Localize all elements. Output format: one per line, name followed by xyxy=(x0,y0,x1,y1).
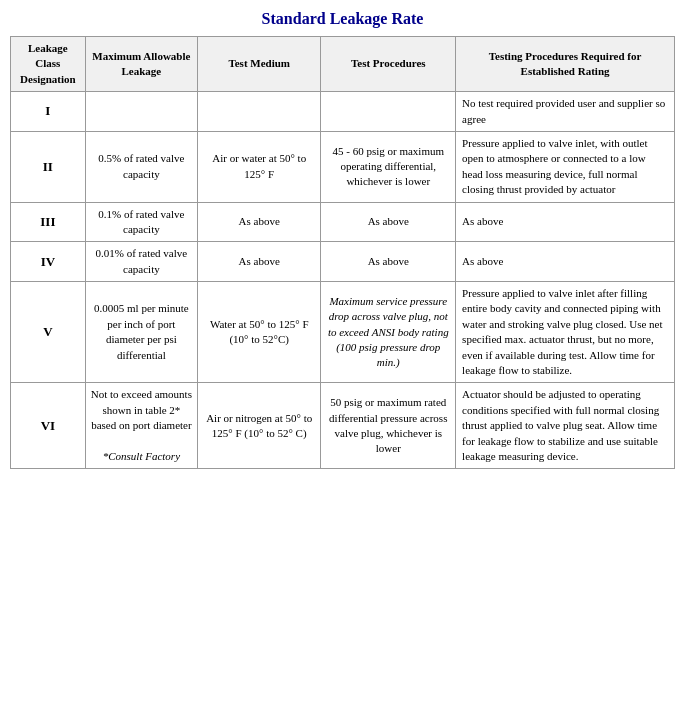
header-class: Leakage Class Designation xyxy=(11,37,86,92)
test-procedures: As above xyxy=(321,202,456,242)
header-leakage: Maximum Allowable Leakage xyxy=(85,37,197,92)
test-medium xyxy=(197,92,320,132)
test-procedures: 50 psig or maximum rated differential pr… xyxy=(321,383,456,469)
leakage-value: 0.5% of rated valve capacity xyxy=(85,131,197,202)
class-designation: III xyxy=(11,202,86,242)
testing-procedures: Pressure applied to valve inlet after fi… xyxy=(456,282,675,383)
table-row: IV0.01% of rated valve capacityAs aboveA… xyxy=(11,242,675,282)
test-procedures xyxy=(321,92,456,132)
test-procedures: 45 - 60 psig or maximum operating differ… xyxy=(321,131,456,202)
test-medium: Air or nitrogen at 50° to 125° F (10° to… xyxy=(197,383,320,469)
leakage-value: Not to exceed amounts shown in table 2* … xyxy=(85,383,197,469)
test-procedures: Maximum service pressure drop across val… xyxy=(321,282,456,383)
table-row: III0.1% of rated valve capacityAs aboveA… xyxy=(11,202,675,242)
class-designation: I xyxy=(11,92,86,132)
testing-procedures: As above xyxy=(456,202,675,242)
testing-procedures: Actuator should be adjusted to operating… xyxy=(456,383,675,469)
test-medium: As above xyxy=(197,202,320,242)
leakage-value: 0.1% of rated valve capacity xyxy=(85,202,197,242)
class-designation: VI xyxy=(11,383,86,469)
leakage-value: 0.01% of rated valve capacity xyxy=(85,242,197,282)
table-row: II0.5% of rated valve capacityAir or wat… xyxy=(11,131,675,202)
page-title: Standard Leakage Rate xyxy=(10,10,675,28)
test-procedures: As above xyxy=(321,242,456,282)
table-row: V0.0005 ml per minute per inch of port d… xyxy=(11,282,675,383)
test-medium: Air or water at 50° to 125° F xyxy=(197,131,320,202)
header-medium: Test Medium xyxy=(197,37,320,92)
testing-procedures: As above xyxy=(456,242,675,282)
leakage-value: 0.0005 ml per minute per inch of port di… xyxy=(85,282,197,383)
table-row: VINot to exceed amounts shown in table 2… xyxy=(11,383,675,469)
header-procedures: Test Procedures xyxy=(321,37,456,92)
testing-procedures: Pressure applied to valve inlet, with ou… xyxy=(456,131,675,202)
testing-procedures: No test required provided user and suppl… xyxy=(456,92,675,132)
class-designation: II xyxy=(11,131,86,202)
class-designation: V xyxy=(11,282,86,383)
header-testing: Testing Procedures Required for Establis… xyxy=(456,37,675,92)
table-row: INo test required provided user and supp… xyxy=(11,92,675,132)
leakage-rate-table: Leakage Class Designation Maximum Allowa… xyxy=(10,36,675,469)
test-medium: Water at 50° to 125° F (10° to 52°C) xyxy=(197,282,320,383)
leakage-value xyxy=(85,92,197,132)
test-medium: As above xyxy=(197,242,320,282)
class-designation: IV xyxy=(11,242,86,282)
